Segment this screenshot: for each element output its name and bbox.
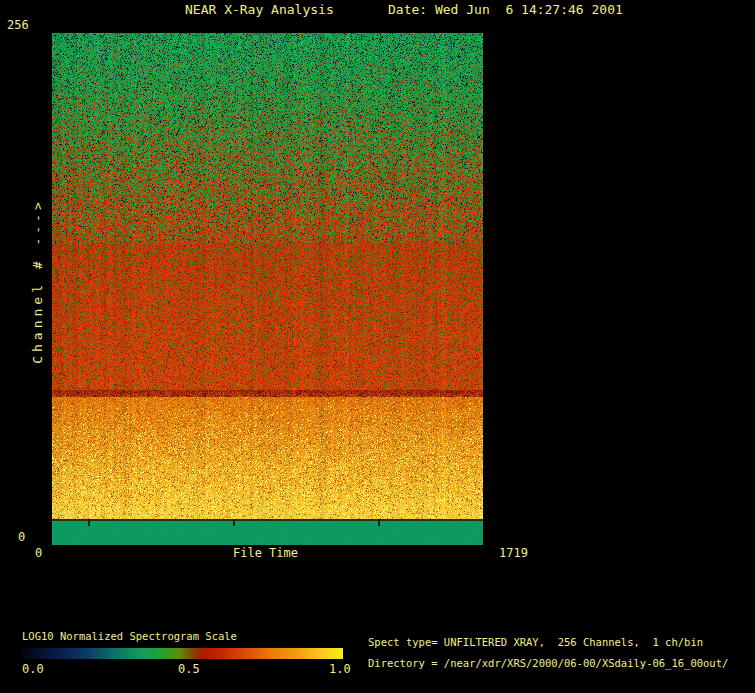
x-axis-label: File Time: [233, 547, 298, 560]
colorbar-tick-0: 0.0: [22, 663, 44, 676]
x-axis-tick-0: 0: [35, 547, 42, 560]
x-axis-tick-1719: 1719: [499, 547, 528, 560]
colorbar-tick-1: 1.0: [329, 663, 351, 676]
y-axis-label: Channel # --->: [30, 196, 46, 366]
spect-type-text: Spect type= UNFILTERED XRAY, 256 Channel…: [368, 636, 703, 649]
page-title: NEAR X-Ray Analysis: [185, 3, 334, 17]
date-label: Date: Wed Jun 6 14:27:46 2001: [388, 3, 623, 17]
colorbar-gradient: [22, 648, 343, 659]
y-axis-tick-256: 256: [7, 19, 29, 32]
spectrogram-image: [52, 33, 483, 545]
directory-text: Directory = /near/xdr/XRS/2000/06-00/XSd…: [368, 657, 728, 670]
y-axis-tick-0: 0: [18, 531, 25, 544]
colorbar-title: LOG10 Normalized Spectrogram Scale: [22, 630, 237, 643]
near-xray-analysis-window: NEAR X-Ray Analysis Date: Wed Jun 6 14:2…: [0, 0, 755, 693]
colorbar-tick-05: 0.5: [178, 663, 200, 676]
